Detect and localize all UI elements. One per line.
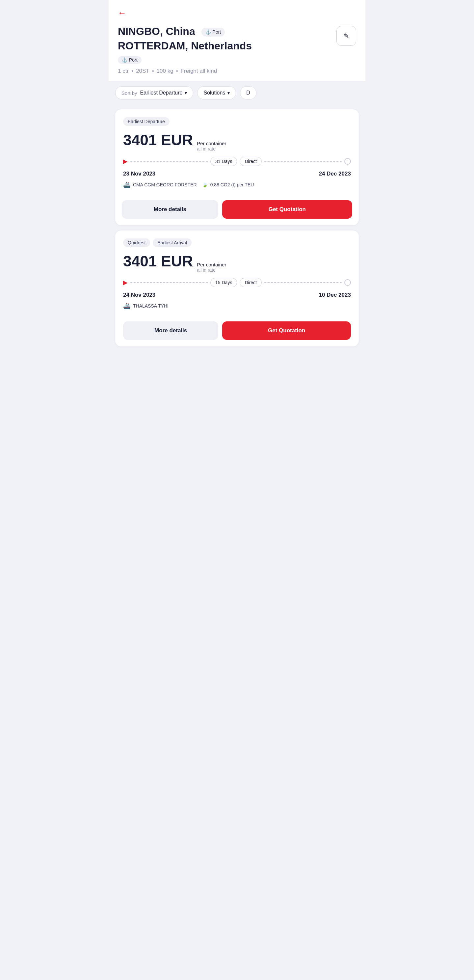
card1-days-badge: 31 Days <box>210 157 237 166</box>
card2-direct-badge: Direct <box>240 278 262 287</box>
leaf-icon-1: 🍃 <box>202 182 208 188</box>
sort-label: Sort by <box>121 90 137 96</box>
card2-vessel-row: 🚢 THALASSA TYHI <box>123 302 351 310</box>
card1-vessel-row: 🚢 CMA CGM GEORG FORSTER 🍃 0.88 CO2 (t) p… <box>123 181 351 188</box>
card1-vessel-name: CMA CGM GEORG FORSTER <box>133 182 197 188</box>
tag-earliest-arrival: Earliest Arrival <box>153 239 191 247</box>
card1-route-bar: ▶ 31 Days Direct <box>123 157 351 166</box>
card2-price: 3401 EUR <box>123 252 193 270</box>
meta-ctr: 1 ctr <box>118 68 129 75</box>
dashed-line-left-1 <box>130 161 208 162</box>
route-meta: 1 ctr • 20ST • 100 kg • Freight all kind <box>118 68 332 75</box>
card1-direct-badge: Direct <box>240 157 262 166</box>
card2-price-detail: Per container all in rate <box>197 262 226 273</box>
meta-size: 20ST <box>136 68 150 75</box>
solutions-filter[interactable]: Solutions ▾ <box>197 86 236 99</box>
filters-bar: Sort by Earliest Departure ▾ Solutions ▾… <box>109 81 365 105</box>
card1-get-quotation-button[interactable]: Get Quotation <box>222 200 352 219</box>
origin-badge-label: Port <box>213 29 221 35</box>
sort-value: Earliest Departure <box>140 90 183 96</box>
solutions-label: Solutions <box>204 90 225 96</box>
destination-badge-row: ⚓ Port <box>118 55 332 64</box>
card2-dates: 24 Nov 2023 10 Dec 2023 <box>123 292 351 298</box>
destination-row: ROTTERDAM, Netherlands <box>118 39 332 53</box>
card1-price-row: 3401 EUR Per container all in rate <box>123 131 351 151</box>
card1-dates: 23 Nov 2023 24 Dec 2023 <box>123 170 351 177</box>
route-row: NINGBO, China ⚓ Port ROTTERDAM, Netherla… <box>118 25 356 75</box>
origin-port-badge: ⚓ Port <box>202 28 225 36</box>
ship-icon-1: 🚢 <box>123 181 130 188</box>
card1-all-in: all in rate <box>197 146 226 151</box>
card2-route-bar: ▶ 15 Days Direct <box>123 278 351 287</box>
destination-badge-label: Port <box>129 57 138 62</box>
edit-button[interactable]: ✎ <box>336 26 356 46</box>
card2-days-badge: 15 Days <box>210 278 237 287</box>
meta-weight: 100 kg <box>157 68 173 75</box>
play-icon-2: ▶ <box>123 279 128 286</box>
origin-text: NINGBO, China <box>118 25 195 37</box>
card2-all-in: all in rate <box>197 267 226 273</box>
meta-type: Freight all kind <box>181 68 217 75</box>
card1-date-to: 24 Dec 2023 <box>319 170 351 177</box>
card2-actions: More details Get Quotation <box>123 316 351 347</box>
destination-port-badge: ⚓ Port <box>118 56 142 64</box>
anchor-icon-2: ⚓ <box>122 57 127 62</box>
card1-tags: Earliest Departure <box>123 117 351 126</box>
header: ← NINGBO, China ⚓ Port ROTTERDAM, Nether… <box>109 0 365 81</box>
card1-per-container: Per container <box>197 141 226 146</box>
origin-title: NINGBO, China ⚓ Port <box>118 25 332 38</box>
card2-date-to: 10 Dec 2023 <box>319 292 351 298</box>
back-arrow-icon: ← <box>118 8 126 18</box>
card2-tags: Quickest Earliest Arrival <box>123 239 351 247</box>
sort-by-filter[interactable]: Sort by Earliest Departure ▾ <box>115 86 193 99</box>
back-button[interactable]: ← <box>118 8 126 18</box>
circle-end-1 <box>344 158 351 165</box>
sort-chevron-icon: ▾ <box>185 90 187 95</box>
card1-date-from: 23 Nov 2023 <box>123 170 155 177</box>
result-card-2: Quickest Earliest Arrival 3401 EUR Per c… <box>115 231 359 347</box>
ship-icon-2: 🚢 <box>123 302 130 310</box>
card2-vessel-name: THALASSA TYHI <box>133 303 169 309</box>
card1-price: 3401 EUR <box>123 131 193 149</box>
result-card-1: Earliest Departure 3401 EUR Per containe… <box>115 109 359 225</box>
card1-price-detail: Per container all in rate <box>197 141 226 151</box>
dashed-line-right-2 <box>264 282 342 283</box>
dashed-line-right-1 <box>264 161 342 162</box>
third-filter-label: D <box>246 90 250 96</box>
card2-per-container: Per container <box>197 262 226 267</box>
destination-text: ROTTERDAM, Netherlands <box>118 40 252 52</box>
anchor-icon-1: ⚓ <box>205 29 211 35</box>
dashed-line-left-2 <box>130 282 208 283</box>
card2-get-quotation-button[interactable]: Get Quotation <box>222 321 351 340</box>
card2-date-from: 24 Nov 2023 <box>123 292 155 298</box>
route-info: NINGBO, China ⚓ Port ROTTERDAM, Netherla… <box>118 25 332 75</box>
results-area: Earliest Departure 3401 EUR Per containe… <box>109 105 365 360</box>
solutions-chevron-icon: ▾ <box>227 90 230 95</box>
tag-earliest-departure: Earliest Departure <box>123 117 170 126</box>
circle-end-2 <box>344 279 351 286</box>
card1-co2: 0.88 CO2 (t) per TEU <box>210 182 254 188</box>
edit-icon: ✎ <box>344 32 349 40</box>
tag-quickest: Quickest <box>123 239 150 247</box>
card1-more-details-button[interactable]: More details <box>122 200 218 219</box>
card1-actions: More details Get Quotation <box>122 195 352 225</box>
card2-price-row: 3401 EUR Per container all in rate <box>123 252 351 273</box>
play-icon-1: ▶ <box>123 158 128 165</box>
card2-more-details-button[interactable]: More details <box>123 321 218 340</box>
third-filter[interactable]: D <box>240 86 256 99</box>
